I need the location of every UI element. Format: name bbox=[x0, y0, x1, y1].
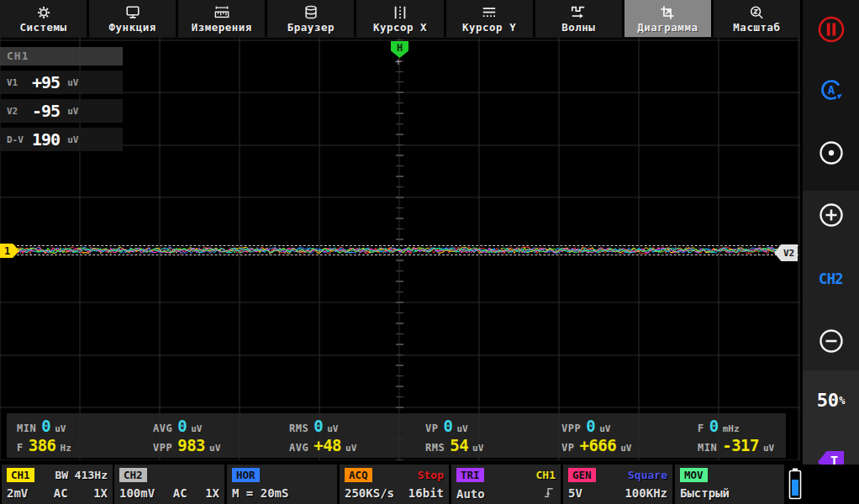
status-block-acquisition[interactable]: ACQ Stop 250KS/s 16bit bbox=[340, 465, 449, 504]
measurement-cell: VPP 983 uV bbox=[153, 436, 279, 454]
status-block-horizontal[interactable]: HOR M = 20mS bbox=[227, 465, 337, 504]
readout-channel-header: CH1 bbox=[0, 47, 123, 66]
measurement-value: 0 bbox=[709, 417, 719, 435]
tab-browser[interactable]: Браузер bbox=[267, 0, 354, 37]
measurement-unit: uV bbox=[763, 443, 774, 454]
tab-cursor-y[interactable]: Курсор Y bbox=[446, 0, 533, 37]
mov-badge: MOV bbox=[680, 468, 708, 482]
readout-unit: uV bbox=[67, 77, 78, 88]
measurement-unit: uV bbox=[472, 443, 483, 454]
channel-select-button[interactable]: CH2 bbox=[803, 270, 859, 287]
auto-setup-button[interactable]: A bbox=[803, 77, 859, 108]
square-wave-icon bbox=[569, 5, 588, 21]
measurement-unit: uV bbox=[191, 423, 202, 434]
status-block-generator[interactable]: GEN Square 5V 100KHz bbox=[563, 465, 672, 504]
measurement-unit: uV bbox=[599, 423, 610, 434]
measurement-unit: Hz bbox=[61, 443, 71, 454]
status-block-trigger[interactable]: TRI CH1 Auto bbox=[451, 465, 561, 504]
measurement-label: MIN bbox=[17, 423, 36, 434]
tab-scale[interactable]: Масштаб bbox=[714, 0, 800, 37]
ch1-coupling: AC bbox=[54, 486, 68, 500]
status-block-ch1[interactable]: CH1 BW 413Hz 2mV AC 1X bbox=[2, 465, 113, 504]
tab-label: Курсор X bbox=[373, 21, 427, 34]
center-trace-button[interactable] bbox=[803, 139, 859, 170]
measurement-cell: AVG 0 uV bbox=[153, 417, 279, 435]
measurement-label: RMS bbox=[425, 442, 445, 454]
readout-label: V2 bbox=[7, 106, 32, 117]
readout-value: 190 bbox=[32, 129, 60, 150]
tab-systems[interactable]: Системы bbox=[0, 0, 87, 37]
cursor-line-v1[interactable] bbox=[0, 245, 798, 246]
monitor-icon bbox=[124, 5, 141, 21]
measurement-cell: RMS 54 uV bbox=[425, 436, 551, 454]
measurement-unit: uV bbox=[456, 423, 467, 434]
measurements-bar: MIN 0 uV F 386 Hz AVG 0 uV VPP 983 uV bbox=[7, 413, 786, 458]
ch1-probe: 1X bbox=[93, 486, 108, 500]
measurement-label: VP bbox=[425, 423, 438, 434]
tab-label: Волны bbox=[561, 21, 595, 34]
cursor-y-icon bbox=[481, 5, 498, 21]
tab-measurements[interactable]: Измерения bbox=[178, 0, 265, 37]
ch2-scale: 100mV bbox=[119, 486, 155, 500]
top-toolbar: Системы Функция Измерения Браузер Курсор… bbox=[0, 0, 800, 37]
measurement-label: F bbox=[698, 423, 704, 434]
measurement-column: MIN 0 uV F 386 Hz bbox=[7, 417, 143, 454]
tab-diagram[interactable]: Диаграмма bbox=[624, 0, 711, 37]
status-block-ch2[interactable]: CH2 100mV AC 1X bbox=[114, 465, 224, 504]
measurement-label: RMS bbox=[289, 423, 308, 434]
battery-icon bbox=[788, 468, 802, 503]
measurement-value: 0 bbox=[586, 417, 595, 435]
measurement-label: AVG bbox=[289, 442, 308, 454]
cursor-line-v2[interactable] bbox=[0, 255, 798, 255]
v2-tag-label: V2 bbox=[783, 248, 794, 259]
measurement-cell: MIN -317 uV bbox=[698, 436, 786, 454]
tab-cursor-x[interactable]: Курсор X bbox=[356, 0, 443, 37]
hor-badge: HOR bbox=[232, 468, 260, 482]
measurement-unit: mHz bbox=[723, 423, 740, 434]
measurement-cell: F 0 mHz bbox=[698, 417, 786, 435]
h-marker-label: H bbox=[397, 42, 403, 54]
acq-badge: ACQ bbox=[345, 468, 372, 482]
status-block-movement[interactable]: MOV Быстрый bbox=[675, 465, 784, 504]
ch2-probe: 1X bbox=[205, 486, 219, 500]
tab-label: Функция bbox=[109, 21, 156, 34]
gen-frequency: 100KHz bbox=[624, 486, 667, 500]
acq-sample-rate: 250KS/s bbox=[345, 486, 394, 500]
tri-mode: Auto bbox=[456, 487, 485, 501]
measurement-column: VPP 0 uV VP +666 uV bbox=[551, 417, 688, 454]
tab-function[interactable]: Функция bbox=[89, 0, 176, 37]
zoom-level-indicator[interactable]: 50% bbox=[803, 390, 859, 411]
acq-run-state: Stop bbox=[418, 469, 444, 481]
readout-row-v2: V2 -95 uV bbox=[0, 99, 123, 123]
battery-indicator bbox=[787, 467, 804, 504]
ch1-tag-label: 1 bbox=[4, 245, 10, 257]
measurement-value: 386 bbox=[29, 436, 56, 454]
measurement-value: 0 bbox=[177, 417, 187, 435]
measurement-value: 0 bbox=[314, 417, 323, 435]
tab-label: Измерения bbox=[192, 21, 252, 34]
readout-value: -95 bbox=[32, 101, 60, 121]
measurement-value: +666 bbox=[579, 436, 616, 454]
cursor-readout-panel: CH1 V1 +95 uV V2 -95 uV D-V 190 uV bbox=[0, 47, 123, 151]
mov-speed: Быстрый bbox=[680, 486, 730, 500]
minus-circle-icon bbox=[818, 328, 845, 358]
measurement-column: VP 0 uV RMS 54 uV bbox=[415, 417, 551, 454]
measurement-unit: uV bbox=[55, 423, 66, 434]
tab-label: Курсор Y bbox=[462, 21, 516, 34]
measurement-cell: RMS 0 uV bbox=[289, 417, 415, 435]
zoom-out-button[interactable] bbox=[803, 328, 859, 358]
measurement-value: 983 bbox=[177, 436, 205, 454]
pause-button[interactable] bbox=[803, 14, 859, 48]
zoom-in-button[interactable] bbox=[803, 202, 859, 232]
svg-text:A: A bbox=[827, 83, 835, 97]
tab-waves[interactable]: Волны bbox=[535, 0, 622, 37]
measurement-label: AVG bbox=[153, 423, 172, 434]
readout-row-v1: V1 +95 uV bbox=[0, 71, 123, 94]
oscilloscope-app: Системы Функция Измерения Браузер Курсор… bbox=[0, 0, 859, 504]
measurement-label: F bbox=[17, 442, 24, 454]
tab-label: Системы bbox=[19, 21, 66, 34]
crop-icon bbox=[659, 5, 676, 21]
measurement-cell: F 386 Hz bbox=[17, 436, 143, 454]
readout-label: V1 bbox=[7, 77, 32, 88]
ch1-scale: 2mV bbox=[7, 486, 28, 500]
